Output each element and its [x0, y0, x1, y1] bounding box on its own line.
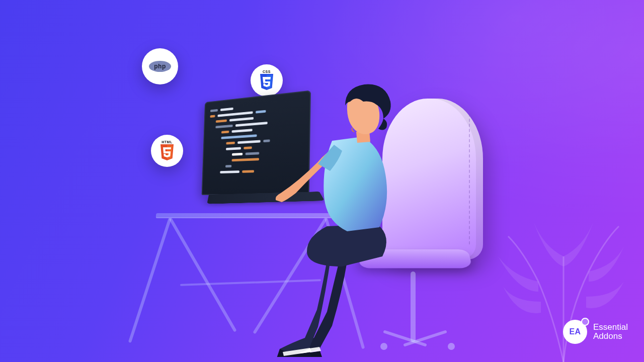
css-badge: CSS: [251, 64, 283, 97]
chair-seat: [358, 249, 473, 268]
brand-name: Essential Addons: [593, 323, 628, 341]
gear-icon: [581, 318, 589, 326]
html-badge: HTML: [151, 135, 183, 167]
php-icon: php: [148, 60, 172, 72]
desk-crossbar: [180, 279, 321, 286]
html-icon: [159, 144, 175, 161]
css-badge-label: CSS: [263, 70, 271, 73]
chair: [362, 99, 493, 330]
laptop-screen: [202, 90, 311, 195]
chair-wheel: [380, 343, 387, 350]
chair-back: [382, 99, 483, 259]
brand-mark: EA: [563, 320, 587, 344]
brand-lockup: EA Essential Addons: [563, 320, 628, 344]
php-badge-label: php: [154, 63, 166, 70]
css-icon: [259, 74, 274, 91]
brand-mark-text: EA: [569, 327, 581, 336]
brand-name-line1: Essential: [593, 323, 628, 332]
desk-leg: [128, 218, 172, 343]
desk-leg: [325, 218, 365, 349]
brand-name-line2: Addons: [593, 332, 628, 341]
chair-pole: [411, 272, 416, 342]
php-badge: php: [142, 48, 178, 84]
laptop: [194, 95, 325, 220]
hero-illustration: php CSS HTML: [0, 0, 644, 362]
desk-leg: [253, 217, 327, 334]
html-badge-label: HTML: [162, 140, 172, 144]
desk-leg: [169, 218, 236, 332]
chair-wheel: [448, 343, 455, 350]
